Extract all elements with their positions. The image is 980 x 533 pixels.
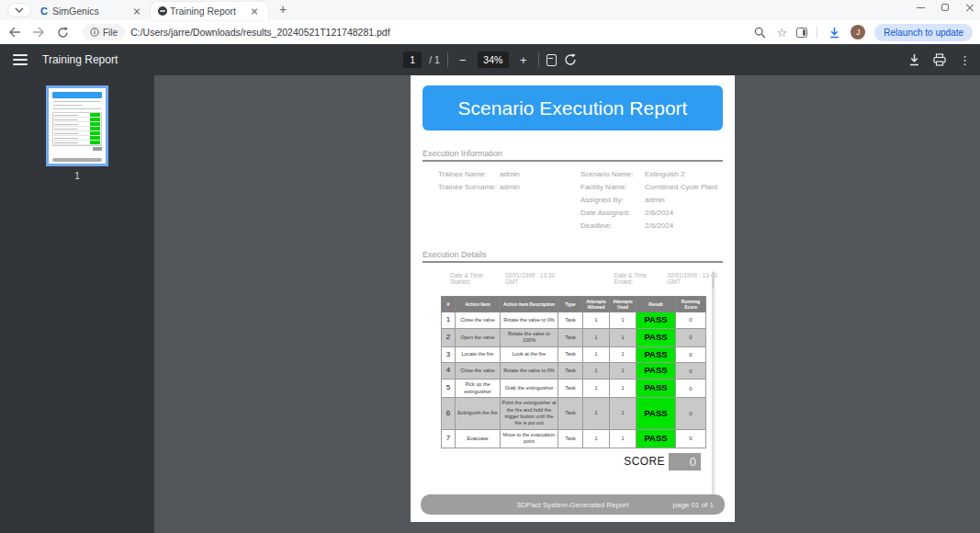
score-label: SCORE <box>624 455 665 468</box>
print-icon[interactable] <box>933 53 946 66</box>
fit-to-page-icon[interactable] <box>546 54 557 66</box>
table-header-cell: Type <box>558 297 583 312</box>
zoom-button[interactable] <box>753 25 768 40</box>
tab-strip: C SimGenics Training Report + <box>0 0 980 20</box>
field-label: Date & Time Ended: <box>614 272 659 285</box>
table-header-cell: Running Score <box>676 297 706 312</box>
table-cell: 7 <box>442 429 456 448</box>
score-value: 0 <box>669 453 701 471</box>
table-cell: 1 <box>610 429 636 448</box>
back-button[interactable] <box>7 25 22 40</box>
field-row: Deadline:2/6/2024 <box>580 221 723 230</box>
result-cell: PASS <box>636 398 676 430</box>
pdf-page-controls: 1 / 1 − 34% + <box>382 51 599 68</box>
thumbnail-line <box>53 105 83 106</box>
forward-button[interactable] <box>31 25 46 40</box>
table-cell: Task <box>558 429 583 448</box>
table-cell: 1 <box>610 346 636 363</box>
table-cell: 0 <box>676 398 706 430</box>
table-cell: 1 <box>583 346 610 363</box>
thumbnail-line <box>53 101 101 102</box>
field-row: Date Assigned:2/6/2024 <box>580 209 723 217</box>
pdf-viewport[interactable]: Scenario Execution Report Execution Info… <box>154 75 980 533</box>
report-footer: 3DPact System-Generated Report page 01 o… <box>421 494 725 515</box>
address-bar-actions: ☆ J Relaunch to update <box>753 24 973 41</box>
site-info-chip[interactable]: File <box>83 24 125 40</box>
field-label: Trainee Name: <box>438 170 500 178</box>
table-scrollbar[interactable] <box>712 271 715 503</box>
field-label: Assigned By: <box>580 196 645 204</box>
download-icon <box>828 27 840 39</box>
relaunch-update-button[interactable]: Relaunch to update <box>874 24 973 41</box>
pdf-toolbar-actions: ⋮ <box>908 53 971 67</box>
table-cell: Move to the evacuation point <box>501 429 558 448</box>
footer-page-number: page 01 of 1 <box>673 501 714 509</box>
address-bar[interactable]: File C:/Users/jarre/Downloads/results_20… <box>79 23 744 41</box>
table-row: 6Extinguish the firePoint the extinguish… <box>442 398 706 430</box>
thumbnail-line <box>53 108 101 109</box>
table-cell: 1 <box>442 312 456 329</box>
side-panel-icon[interactable] <box>796 28 807 38</box>
document-title: Training Report <box>42 53 118 66</box>
table-row: 2Open the valveRotate the valve to 100%T… <box>442 328 706 346</box>
table-cell: 0 <box>676 328 706 346</box>
zoom-level-input[interactable]: 34% <box>478 51 509 68</box>
new-tab-button[interactable]: + <box>274 0 292 18</box>
section-heading: Execution Information <box>422 149 723 158</box>
result-cell: PASS <box>636 429 676 448</box>
table-cell: 1 <box>583 429 610 448</box>
field-row: Trainee Name:admin <box>438 170 562 178</box>
tab-close-icon[interactable] <box>248 5 261 17</box>
table-cell: Task <box>558 363 583 380</box>
result-cell: PASS <box>636 346 676 363</box>
table-cell: 3 <box>442 346 456 363</box>
tab-search-button[interactable] <box>7 3 31 17</box>
tab-title: Training Report <box>170 6 248 17</box>
divider <box>538 52 539 67</box>
table-cell: Evacuate <box>456 429 501 448</box>
close-window-button[interactable] <box>965 3 974 12</box>
table-row: 5Pick up the extinguisherGrab the exting… <box>442 380 706 398</box>
table-cell: 1 <box>583 398 610 430</box>
bookmark-star-icon[interactable]: ☆ <box>777 27 788 39</box>
maximize-button[interactable] <box>941 4 949 11</box>
field-value: admin <box>500 183 520 191</box>
tab-close-icon[interactable] <box>130 5 143 17</box>
more-options-icon[interactable]: ⋮ <box>959 53 971 67</box>
reload-icon <box>57 27 69 39</box>
result-cell: PASS <box>636 380 676 398</box>
report-title-banner: Scenario Execution Report <box>422 85 723 130</box>
table-cell: Task <box>558 380 583 398</box>
table-cell: Grab the extinguisher <box>501 380 558 398</box>
table-cell: Close the valve <box>456 312 501 329</box>
download-icon[interactable] <box>908 53 920 66</box>
result-cell: PASS <box>636 328 676 346</box>
table-cell: 0 <box>676 346 706 363</box>
field-row: Assigned By:admin <box>580 196 723 204</box>
reload-button[interactable] <box>55 25 70 40</box>
tab-simgenics[interactable]: C SimGenics <box>33 2 151 20</box>
table-row: 4Close the valveRotate the valve to 0%Ta… <box>442 363 706 380</box>
zoom-out-button[interactable]: − <box>456 53 470 67</box>
results-table: #Action ItemAction Item DescriptionTypeA… <box>441 296 706 448</box>
page-number-input[interactable]: 1 <box>403 51 422 68</box>
tab-training-report[interactable]: Training Report <box>151 2 268 20</box>
info-icon <box>90 28 99 37</box>
downloads-button[interactable] <box>827 25 841 40</box>
profile-avatar[interactable]: J <box>850 25 865 40</box>
field-value: Combined Cycle Plant <box>645 183 717 191</box>
field-label: Scenario Name: <box>580 170 645 178</box>
section-divider <box>422 160 723 162</box>
zoom-in-button[interactable]: + <box>516 53 531 67</box>
table-cell: Locate the fire <box>456 346 501 363</box>
search-icon <box>754 27 766 39</box>
field-value: admin <box>645 196 665 204</box>
chevron-down-icon <box>15 7 24 13</box>
table-cell: Task <box>558 398 583 430</box>
table-cell: Extinguish the fire <box>456 398 501 430</box>
minimize-button[interactable] <box>917 7 925 8</box>
table-row: 3Locate the fireLook at the fireTask11PA… <box>442 346 706 363</box>
page-1-thumbnail[interactable] <box>46 85 108 166</box>
menu-icon[interactable] <box>13 54 28 65</box>
rotate-icon[interactable] <box>564 53 577 66</box>
